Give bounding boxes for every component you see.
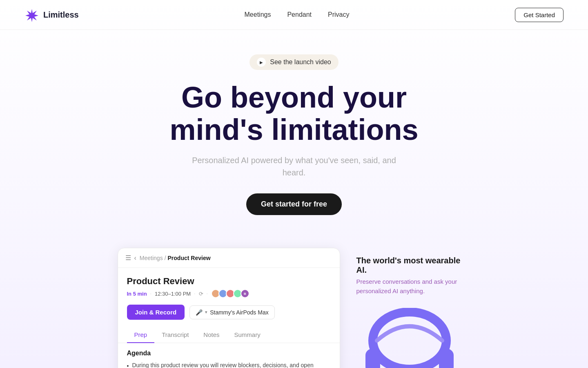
avatars: B <box>211 289 249 298</box>
svg-rect-1 <box>365 349 380 368</box>
right-panel-subtitle: Preserve conversations and ask your pers… <box>356 277 471 296</box>
chevron-down-icon: ▾ <box>205 310 207 315</box>
hero-cta-button[interactable]: Get started for free <box>246 193 342 215</box>
launch-pill-text: See the launch video <box>270 58 331 66</box>
meeting-meta: In 5 min · 12:30–1:00 PM · ⟳ · B <box>127 289 331 298</box>
avatar-5: B <box>241 289 249 298</box>
meeting-title: Product Review <box>127 276 331 287</box>
right-panel-title: The world's most wearable AI. <box>356 256 471 275</box>
svg-point-0 <box>373 312 446 368</box>
card-body: Product Review In 5 min · 12:30–1:00 PM … <box>118 268 340 368</box>
tab-prep[interactable]: Prep <box>127 327 155 343</box>
mic-icon: 🎤 <box>196 309 203 316</box>
audio-device-label: Stammy's AirPods Max <box>210 309 269 316</box>
nav-privacy[interactable]: Privacy <box>328 11 349 18</box>
hero-section: ▶ See the launch video Go beyond your mi… <box>0 30 588 231</box>
breadcrumb-current: Product Review <box>168 255 211 261</box>
get-started-button[interactable]: Get Started <box>515 8 564 22</box>
card-content: Agenda • During this product review you … <box>127 343 331 368</box>
join-record-button[interactable]: Join & Record <box>127 305 185 320</box>
tab-summary[interactable]: Summary <box>227 327 268 343</box>
app-card: ☰ ‹ Meetings / Product Review Product Re… <box>118 248 340 368</box>
agenda-text: During this product review you will revi… <box>132 361 330 368</box>
logo-text: Limitless <box>43 10 79 20</box>
actions-row: Join & Record 🎤 ▾ Stammy's AirPods Max <box>127 305 331 320</box>
svg-rect-2 <box>439 349 454 368</box>
card-header: ☰ ‹ Meetings / Product Review <box>118 248 340 268</box>
right-panel: The world's most wearable AI. Preserve c… <box>340 248 471 368</box>
time-range: 12:30–1:00 PM <box>155 291 191 297</box>
agenda-bullet: • <box>127 362 129 368</box>
breadcrumb-parent: Meetings <box>140 255 163 261</box>
headphone-illustration <box>356 308 463 368</box>
audio-selector[interactable]: 🎤 ▾ Stammy's AirPods Max <box>189 305 275 319</box>
nav-pendant[interactable]: Pendant <box>287 11 312 18</box>
agenda-title: Agenda <box>127 350 331 357</box>
logo-link[interactable]: Limitless <box>24 7 79 22</box>
hamburger-icon[interactable]: ☰ <box>125 254 131 262</box>
nav-links: Meetings Pendant Privacy <box>245 11 350 18</box>
logo-icon <box>24 7 39 22</box>
navbar: Limitless Meetings Pendant Privacy Get S… <box>0 0 588 30</box>
breadcrumb: Meetings / Product Review <box>140 255 211 261</box>
tab-notes[interactable]: Notes <box>196 327 227 343</box>
back-icon[interactable]: ‹ <box>134 254 136 262</box>
nav-meetings[interactable]: Meetings <box>245 11 271 18</box>
hero-subtitle: Personalized AI powered by what you've s… <box>192 154 396 179</box>
launch-pill[interactable]: ▶ See the launch video <box>249 54 338 70</box>
hero-title: Go beyond your mind's limitations <box>169 81 418 146</box>
play-icon: ▶ <box>257 58 266 67</box>
tab-transcript[interactable]: Transcript <box>154 327 196 343</box>
tabs-bar: Prep Transcript Notes Summary <box>118 327 340 343</box>
bottom-section: ☰ ‹ Meetings / Product Review Product Re… <box>0 231 588 368</box>
sync-icon: ⟳ <box>199 291 203 297</box>
agenda-item: • During this product review you will re… <box>127 361 331 368</box>
in-time-badge: In 5 min <box>127 291 147 297</box>
